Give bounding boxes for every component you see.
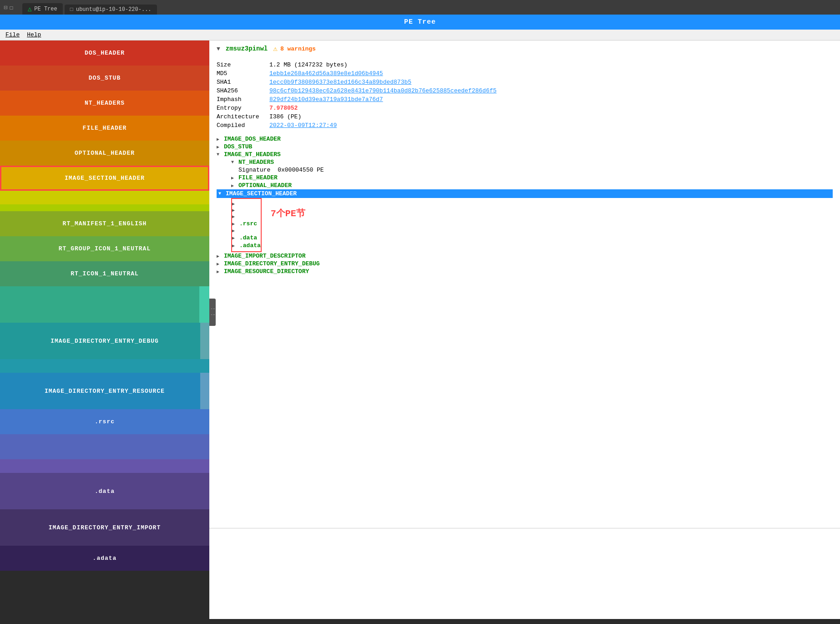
block-teal bbox=[0, 286, 199, 323]
block-rt-icon[interactable]: RT_ICON_1_NEUTRAL bbox=[0, 261, 209, 286]
label-arch: Architecture bbox=[217, 113, 262, 120]
block-rt-group-icon[interactable]: RT_GROUP_ICON_1_NEUTRAL bbox=[0, 236, 209, 261]
block-image-section-header[interactable]: IMAGE_SECTION_HEADER bbox=[0, 166, 209, 191]
filename: zmsuz3pinwl bbox=[226, 45, 268, 52]
tree-arrow-nt-headers-child: ▼ bbox=[231, 160, 238, 165]
tree-section-data[interactable]: ▶ .data bbox=[232, 234, 261, 242]
app-header: PE Tree bbox=[0, 15, 840, 30]
block-cyan-indicator bbox=[199, 286, 209, 323]
filename-arrow: ▼ bbox=[217, 46, 220, 52]
label-compiled: Compiled bbox=[217, 122, 262, 129]
tree-section-3[interactable]: ▶ bbox=[232, 213, 261, 220]
section-annotation: 7个PE节 bbox=[271, 207, 305, 219]
tree-image-dos-header[interactable]: ▶ IMAGE_DOS_HEADER bbox=[217, 135, 833, 143]
app-title: PE Tree bbox=[404, 18, 436, 26]
tree-image-nt-headers[interactable]: ▼ IMAGE_NT_HEADERS bbox=[217, 151, 833, 158]
label-entropy: Entropy bbox=[217, 105, 262, 112]
file-info-arch: Architecture I386 (PE) bbox=[217, 112, 833, 121]
value-sha256[interactable]: 98c6cf0b129438ec62a628e8431e790b114ba0d8… bbox=[269, 87, 496, 94]
left-panel: DOS_HEADER DOS_STUB NT_HEADERS FILE_HEAD… bbox=[0, 41, 209, 619]
terminal-icon: □ bbox=[70, 6, 73, 13]
block-purple1 bbox=[0, 434, 209, 459]
label-sha1: SHA1 bbox=[217, 79, 262, 86]
file-info-imphash: Imphash 829df24b10d39ea3719a931bde7a76d7 bbox=[217, 95, 833, 104]
menu-help[interactable]: Help bbox=[27, 31, 41, 38]
warning-badge: ⚠ 8 warnings bbox=[273, 44, 316, 53]
file-info-compiled: Compiled 2022-03-09T12:27:49 bbox=[217, 121, 833, 130]
value-md5[interactable]: 1ebb1e268a462d56a389e8e1d06b4945 bbox=[269, 70, 383, 77]
tab-terminal[interactable]: □ ubuntu@ip-10-10-220-... bbox=[65, 5, 157, 15]
block-dos-stub[interactable]: DOS_STUB bbox=[0, 66, 209, 91]
block-data[interactable]: .data bbox=[0, 473, 209, 509]
tree-image-section-header[interactable]: ▼ IMAGE_SECTION_HEADER bbox=[217, 189, 833, 198]
tab-bar: △ PE Tree □ ubuntu@ip-10-10-220-... bbox=[22, 0, 157, 15]
menu-file[interactable]: File bbox=[5, 31, 20, 38]
tree-file-header[interactable]: ▶ FILE_HEADER bbox=[217, 174, 833, 182]
block-image-dir-debug[interactable]: IMAGE_DIRECTORY_ENTRY_DEBUG bbox=[0, 323, 209, 359]
tree-arrow-nt-headers: ▼ bbox=[217, 152, 224, 157]
tree-section-1[interactable]: ▶ bbox=[232, 201, 261, 207]
right-top: ▼ zmsuz3pinwl ⚠ 8 warnings Size 1.2 MB (… bbox=[209, 41, 840, 528]
tree-nt-headers[interactable]: ▼ NT_HEADERS bbox=[224, 158, 833, 166]
tree-section-2[interactable]: ▶ bbox=[232, 207, 261, 213]
tab-pe-tree[interactable]: △ PE Tree bbox=[22, 3, 63, 15]
tree-signature[interactable]: Signature 0x00004550 PE bbox=[217, 166, 833, 174]
value-imphash[interactable]: 829df24b10d39ea3719a931bde7a76d7 bbox=[269, 96, 383, 103]
tree-arrow-file-header: ▶ bbox=[231, 175, 238, 181]
value-compiled[interactable]: 2022-03-09T12:27:49 bbox=[269, 122, 337, 129]
warning-icon: ⚠ bbox=[273, 44, 278, 53]
file-info-sha1: SHA1 1ecc0b9f380896373e81ed166c34a89bded… bbox=[217, 78, 833, 86]
triangle-icon: △ bbox=[28, 5, 31, 13]
block-file-header[interactable]: FILE_HEADER bbox=[0, 116, 209, 141]
tree-arrow-section-header: ▼ bbox=[218, 191, 226, 196]
file-info-sha256: SHA256 98c6cf0b129438ec62a628e8431e790b1… bbox=[217, 86, 833, 95]
tree-section-5[interactable]: ▶ bbox=[232, 228, 261, 234]
block-dos-header[interactable]: DOS_HEADER bbox=[0, 41, 209, 66]
warning-text: 8 warnings bbox=[280, 46, 316, 52]
tree-section: ▶ IMAGE_DOS_HEADER ▶ DOS_STUB ▼ IMAGE_NT… bbox=[217, 135, 833, 275]
tree-arrow-dos-header: ▶ bbox=[217, 137, 224, 142]
collapse-arrow[interactable]: ⋮⋮ bbox=[209, 299, 216, 326]
block-purple2 bbox=[0, 459, 209, 473]
label-md5: MD5 bbox=[217, 70, 262, 77]
block-nt-headers[interactable]: NT_HEADERS bbox=[0, 91, 209, 116]
block-image-dir-resource[interactable]: IMAGE_DIRECTORY_ENTRY_RESOURCE bbox=[0, 373, 209, 409]
tree-section-rsrc[interactable]: ▶ .rsrc bbox=[232, 220, 261, 228]
block-yellow1 bbox=[0, 191, 209, 204]
filename-row: ▼ zmsuz3pinwl ⚠ 8 warnings bbox=[217, 44, 833, 53]
right-panel: ▼ zmsuz3pinwl ⚠ 8 warnings Size 1.2 MB (… bbox=[209, 41, 840, 619]
tree-optional-header[interactable]: ▶ OPTIONAL_HEADER bbox=[217, 182, 833, 189]
label-size: Size bbox=[217, 61, 262, 68]
menu-bar: File Help bbox=[0, 30, 840, 41]
tree-arrow-dos-stub: ▶ bbox=[217, 144, 224, 150]
value-size: 1.2 MB (1247232 bytes) bbox=[269, 61, 348, 68]
title-bar: ⊟ ◻ △ PE Tree □ ubuntu@ip-10-10-220-... bbox=[0, 0, 840, 15]
value-entropy: 7.978052 bbox=[269, 105, 298, 112]
tree-image-import-descriptor[interactable]: ▶ IMAGE_IMPORT_DESCRIPTOR bbox=[217, 252, 833, 260]
block-image-dir-import[interactable]: IMAGE_DIRECTORY_ENTRY_IMPORT bbox=[0, 509, 209, 546]
file-info-md5: MD5 1ebb1e268a462d56a389e8e1d06b4945 bbox=[217, 69, 833, 78]
value-sha1[interactable]: 1ecc0b9f380896373e81ed166c34a89bded873b5 bbox=[269, 79, 411, 86]
tree-arrow-dir-debug: ▶ bbox=[217, 261, 224, 267]
section-box: ▶ ▶ ▶ ▶ .rsrc bbox=[231, 198, 262, 252]
block-yellow2 bbox=[0, 204, 209, 211]
label-imphash: Imphash bbox=[217, 96, 262, 103]
block-rsrc[interactable]: .rsrc bbox=[0, 409, 209, 434]
file-info: Size 1.2 MB (1247232 bytes) MD5 1ebb1e26… bbox=[217, 57, 833, 133]
tree-dos-stub[interactable]: ▶ DOS_STUB bbox=[217, 143, 833, 151]
tree-arrow-optional-header: ▶ bbox=[231, 183, 238, 188]
value-arch: I386 (PE) bbox=[269, 113, 301, 120]
tree-arrow-import-desc: ▶ bbox=[217, 254, 224, 259]
main-content: ⋮⋮ DOS_HEADER DOS_STUB NT_HEADERS FILE_H… bbox=[0, 41, 840, 619]
block-optional-header[interactable]: OPTIONAL_HEADER bbox=[0, 141, 209, 166]
tree-arrow-resource-dir: ▶ bbox=[217, 269, 224, 274]
block-adata[interactable]: .adata bbox=[0, 546, 209, 571]
tree-image-dir-entry-debug[interactable]: ▶ IMAGE_DIRECTORY_ENTRY_DEBUG bbox=[217, 260, 833, 268]
file-info-size: Size 1.2 MB (1247232 bytes) bbox=[217, 61, 833, 69]
tree-image-resource-dir[interactable]: ▶ IMAGE_RESOURCE_DIRECTORY bbox=[217, 268, 833, 275]
section-box-wrapper: ▶ ▶ ▶ ▶ .rsrc bbox=[217, 198, 833, 252]
block-blue-green bbox=[0, 359, 209, 373]
block-rt-manifest[interactable]: RT_MANIFEST_1_ENGLISH bbox=[0, 211, 209, 236]
tree-section-adata[interactable]: ▶ .adata bbox=[232, 242, 261, 249]
label-sha256: SHA256 bbox=[217, 87, 262, 94]
